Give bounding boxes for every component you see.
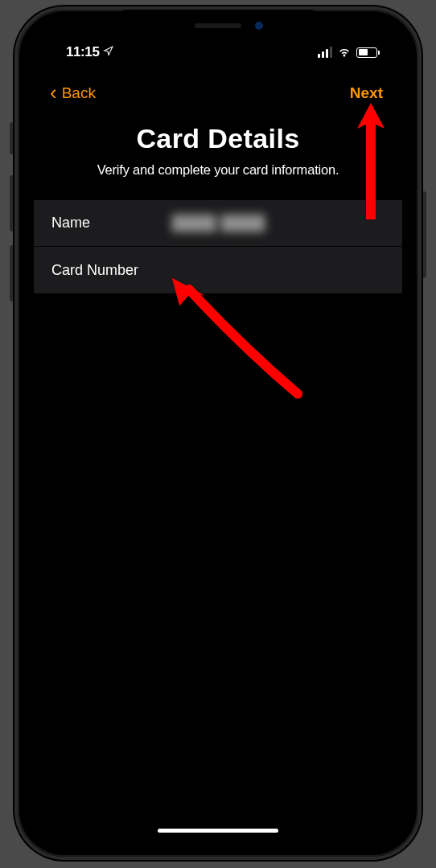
front-camera (255, 22, 263, 30)
location-icon (103, 46, 113, 59)
annotation-arrow-card-number (161, 265, 306, 405)
chevron-left-icon: ‹ (50, 80, 57, 105)
screen-area: 11:15 (34, 26, 402, 841)
battery-icon (356, 47, 380, 58)
back-button[interactable]: ‹ Back (50, 80, 96, 105)
title-section: Card Details Verify and complete your ca… (34, 117, 402, 200)
device-notch (123, 10, 313, 39)
navigation-bar: ‹ Back Next (34, 66, 402, 117)
status-indicators (318, 47, 380, 58)
next-button[interactable]: Next (350, 84, 383, 102)
page-subtitle: Verify and complete your card informatio… (53, 162, 383, 178)
wifi-icon (337, 47, 352, 58)
home-indicator[interactable] (158, 829, 278, 833)
cellular-signal-icon (318, 47, 332, 58)
back-label: Back (62, 84, 96, 102)
status-time: 11:15 (66, 44, 113, 60)
name-value: ████ ████ (172, 215, 265, 231)
time-label: 11:15 (66, 44, 99, 60)
power-button (422, 191, 426, 278)
name-label: Name (51, 215, 172, 231)
card-number-label: Card Number (51, 262, 172, 279)
annotation-arrow-next (351, 103, 391, 223)
speaker-slot (195, 23, 241, 28)
page-title: Card Details (53, 123, 383, 154)
name-row[interactable]: Name ████ ████ (34, 200, 402, 247)
